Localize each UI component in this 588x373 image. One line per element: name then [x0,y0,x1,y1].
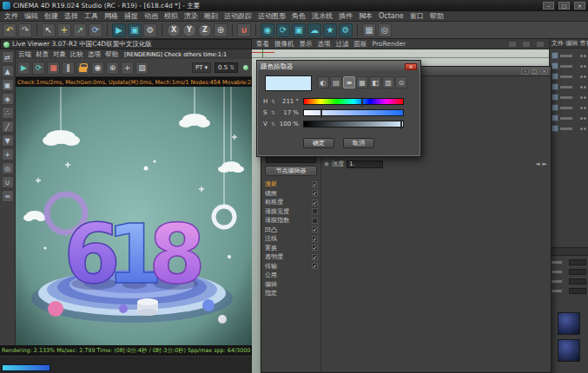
menu-item-file[interactable]: 文件 [4,11,18,21]
attribute-value-field[interactable] [569,269,586,275]
color-wheel-icon[interactable]: ◐ [317,76,329,88]
snap-settings-icon[interactable]: ◎ [378,23,392,37]
channel-row-film-width[interactable]: 薄膜宽度 [263,207,320,217]
menu-item-mograph[interactable]: 运动图形 [258,11,286,21]
lv-menu-options[interactable]: 选项 [88,50,101,59]
object-row[interactable] [550,50,588,61]
live-selection-icon[interactable]: ↖ [42,23,56,37]
channel-checkbox[interactable]: ✓ [312,245,318,251]
maximize-button[interactable]: □ [558,2,570,10]
redo-icon[interactable]: ↷ [18,23,32,37]
material-thumbnail[interactable] [558,312,580,335]
menu-item-create[interactable]: 创建 [44,11,58,21]
visibility-dot[interactable] [580,128,583,130]
visibility-dot[interactable] [584,86,586,88]
live-viewer-render-area[interactable]: 6 1 8 [16,87,252,345]
channel-row-bump[interactable]: 凹凸✓ [263,226,320,235]
enable-axis-icon[interactable]: + [2,148,14,160]
menu-item-character[interactable]: 角色 [292,11,306,21]
menu-item-snap[interactable]: 捕捉 [124,11,138,21]
channel-row-displacement[interactable]: 置换✓ [263,244,320,253]
object-row[interactable] [550,92,588,102]
menu-item-sculpt[interactable]: 雕刻 [204,11,218,21]
channel-checkbox[interactable]: ✓ [312,181,318,187]
model-mode-icon[interactable]: ▲ [2,65,14,77]
minimize-button[interactable]: – [543,2,554,10]
lv-material-picker-icon[interactable]: + [121,62,134,75]
color-blocks-icon[interactable]: ▦ [356,76,368,88]
channel-checkbox[interactable]: ✓ [312,254,318,260]
nav-forward-icon[interactable]: ► [543,160,547,167]
channel-row-specular[interactable]: 镜面✓ [263,189,320,199]
menu-item-render[interactable]: 渲染 [184,11,198,21]
visibility-dot[interactable] [584,107,586,109]
channel-checkbox[interactable]: ✓ [312,226,318,232]
object-row[interactable] [550,61,588,71]
menu-item-simulate[interactable]: 模拟 [164,11,178,21]
channel-row-common[interactable]: 公用 [263,271,320,280]
visibility-dot[interactable] [580,96,583,99]
object-row[interactable] [550,102,588,113]
vp-menu-prorender[interactable]: ProRender [373,40,406,48]
magnet-icon[interactable]: ∪ [237,23,251,37]
visibility-dot[interactable] [584,117,586,120]
attribute-row[interactable] [550,267,588,277]
visibility-dot[interactable] [580,117,583,120]
channel-row-normal[interactable]: 法线✓ [263,234,320,244]
object-manager-menubar[interactable]: 文件 编辑 查看 对象 标签 书签 [550,39,588,49]
attribute-row[interactable] [550,277,588,286]
menu-item-edit[interactable]: 编辑 [24,11,38,21]
lv-lock-resolution-icon[interactable] [76,62,89,75]
object-row[interactable] [550,82,588,92]
menu-item-pipeline[interactable]: 流水线 [312,11,333,21]
stepper-icon[interactable]: ⇅ [271,98,275,104]
menu-item-mesh[interactable]: 网格 [104,11,118,21]
lv-menu-materials[interactable]: 材质 [36,50,49,59]
saturation-slider[interactable] [303,109,404,116]
octane-restart-icon[interactable]: ⟳ [276,23,290,37]
channel-checkbox[interactable]: ✓ [312,263,318,269]
visibility-dot[interactable] [584,65,586,68]
layers-icon[interactable]: ≡ [2,190,14,202]
octane-cloud-icon[interactable]: ☁ [307,23,321,37]
menu-item-plugins[interactable]: 插件 [339,11,353,21]
channel-row-roughness[interactable]: 粗糙度✓ [263,198,320,207]
undo-icon[interactable]: ↶ [3,23,17,37]
lv-menu-help[interactable]: 帮助 [105,50,118,59]
close-button[interactable]: × [540,69,548,75]
make-editable-icon[interactable]: ⇄ [2,51,14,63]
stepper-icon[interactable]: ⇅ [271,109,275,115]
edges-mode-icon[interactable]: ╱ [2,121,14,133]
vp-menu-panel[interactable]: 面板 [354,40,367,49]
visibility-dot[interactable] [584,55,586,57]
lv-play-icon[interactable]: ▶ [17,62,30,75]
close-icon[interactable]: × [405,63,417,70]
menu-item-window[interactable]: 窗口 [410,11,424,21]
lv-focus-picker-icon[interactable]: ⊕ [106,62,119,75]
channel-row-assign[interactable]: 指定 [263,289,320,298]
workplane-icon[interactable]: ▦ [362,23,376,37]
render-view-icon[interactable]: ▶ [112,23,126,37]
viewport-toggle-icon[interactable] [536,41,545,48]
minimize-button[interactable]: – [521,69,529,75]
menu-item-octane[interactable]: Octane [379,12,404,20]
viewport-solo-icon[interactable]: ◎ [2,162,14,174]
brightness-value[interactable]: 100 % [277,121,299,128]
visibility-dot[interactable] [580,86,583,88]
hue-slider[interactable] [303,98,404,105]
menu-item-script[interactable]: 脚本 [359,11,373,21]
vp-menu-display[interactable]: 显示 [300,40,313,49]
channel-row-film-index[interactable]: 薄膜指数 [263,216,320,226]
from-image-icon[interactable]: ▥ [382,76,394,88]
sampling-mode-dropdown[interactable]: PT ▾ [192,62,211,73]
visibility-dot[interactable] [580,75,583,78]
workplane-mode-icon[interactable]: ◈ [2,93,14,105]
viewport-toggle-icon[interactable] [508,41,517,48]
rotate-tool-icon[interactable]: ⟳ [89,23,102,37]
render-picture-viewer-icon[interactable]: ▣ [128,23,142,37]
scale-tool-icon[interactable]: ↗ [73,23,87,37]
octane-camera-icon[interactable]: ▣ [292,23,306,37]
material-thumbnail[interactable] [558,339,580,362]
saturation-value[interactable]: 17 % [277,109,299,116]
lv-pause-icon[interactable]: ‖ [62,62,75,75]
